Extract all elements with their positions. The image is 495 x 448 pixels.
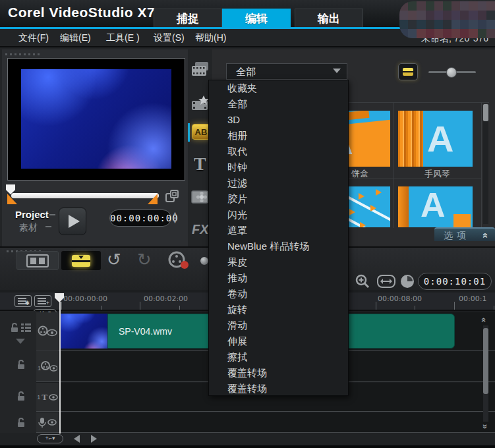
thumbnail-art — [398, 186, 409, 227]
play-button[interactable] — [59, 208, 86, 235]
dropdown-item[interactable]: 相册 — [209, 128, 348, 144]
ruler-label: 00:00:00:00 — [63, 294, 107, 303]
menu-tools[interactable]: 工具(E ) — [106, 32, 140, 44]
scroll-left-button[interactable] — [74, 435, 80, 443]
dropdown-item[interactable]: 闪光 — [209, 207, 348, 223]
zoom-in-icon[interactable] — [355, 273, 370, 289]
gallery-filter-dropdown: 收藏夹 全部 3D 相册 取代 时钟 过滤 胶片 闪光 遮罩 NewBlue 样… — [208, 80, 349, 396]
gallery-scrollbar[interactable] — [483, 104, 488, 224]
enlarge-preview-icon[interactable] — [165, 190, 179, 203]
thumbnail-label: 手风琴 — [393, 168, 481, 180]
filter-category-icon[interactable]: FX — [192, 222, 209, 237]
track-list-icon[interactable] — [21, 323, 31, 333]
transition-category-icon[interactable]: AB — [192, 124, 210, 140]
trim-handle-left[interactable] — [7, 194, 17, 204]
timecode-spin-down[interactable]: ▼ — [172, 219, 178, 225]
video-track-button[interactable] — [36, 312, 59, 350]
dropdown-item[interactable]: 擦拭 — [209, 349, 348, 365]
scroll-right-button[interactable] — [91, 435, 97, 443]
scroll-up-icon[interactable]: « — [479, 318, 489, 322]
voice-track-button[interactable] — [36, 412, 59, 432]
app-window: Corel VideoStudio X7 捕捉 编辑 输出 文件(F) 编辑(E… — [0, 0, 495, 448]
track-manager-button[interactable]: ✱ — [15, 295, 32, 307]
lock-icon[interactable] — [11, 323, 18, 333]
dropdown-item[interactable]: 覆盖转场 — [209, 365, 348, 381]
transition-thumbnail[interactable]: A — [398, 186, 473, 227]
clip-thumbnail[interactable] — [61, 314, 107, 349]
track-number: 1 — [37, 394, 40, 401]
gallery-view-button[interactable] — [398, 63, 418, 80]
dropdown-item[interactable]: 取代 — [209, 144, 348, 159]
tab-edit[interactable]: 编辑 — [222, 9, 291, 28]
track-scroll-control[interactable]: +⌐▾ — [37, 434, 63, 443]
media-icon[interactable] — [191, 61, 210, 77]
gallery-filter-select[interactable]: 全部 — [226, 63, 347, 80]
thumbnail-art — [453, 214, 471, 227]
menu-file[interactable]: 文件(F) — [18, 32, 49, 44]
dropdown-item[interactable]: 全部 — [209, 96, 348, 112]
thumbnail-art — [398, 111, 423, 167]
lock-icon[interactable] — [17, 391, 25, 401]
preview-video-image — [21, 69, 171, 169]
record-capture-icon[interactable] — [166, 251, 192, 270]
dropdown-item[interactable]: 果皮 — [209, 254, 348, 270]
preview-video-frame — [7, 58, 185, 181]
censored-region — [399, 1, 495, 38]
gallery-scrollbar-handle[interactable] — [483, 104, 488, 121]
dropdown-item[interactable]: 3D — [209, 112, 348, 128]
play-icon — [69, 215, 80, 228]
menu-settings[interactable]: 设置(S) — [154, 32, 185, 44]
tool-icon[interactable] — [200, 257, 208, 265]
dropdown-item[interactable]: 旋转 — [209, 302, 348, 318]
dropdown-item[interactable]: 推动 — [209, 270, 348, 286]
dropdown-item[interactable]: 胶片 — [209, 191, 348, 207]
ruler-label: 00:00:08:00 — [378, 294, 422, 303]
add-track-button[interactable]: + — [34, 295, 51, 307]
scrub-bar[interactable] — [11, 193, 159, 198]
dropdown-item[interactable]: 过滤 — [209, 175, 348, 191]
chevron-down-icon[interactable] — [16, 339, 25, 344]
timeline-duration-display[interactable]: 0:00:10:01 — [418, 273, 492, 290]
tab-capture[interactable]: 捕捉 — [154, 9, 222, 28]
voice-track-row[interactable] — [36, 412, 495, 433]
dropdown-item[interactable]: 伸展 — [209, 333, 348, 349]
timeline-scrollbar-handle[interactable] — [483, 328, 488, 394]
overlay-track-button[interactable]: 1 — [36, 351, 59, 381]
tab-output[interactable]: 输出 — [295, 9, 363, 28]
dropdown-item[interactable]: NewBlue 样品转场 — [209, 238, 348, 254]
storyboard-view-button[interactable] — [16, 251, 59, 270]
redo-button[interactable]: ↻ — [137, 250, 152, 270]
dropdown-item[interactable]: 时钟 — [209, 159, 348, 175]
timecode-spin-up[interactable]: ▲ — [172, 211, 178, 217]
timeline-view-button[interactable] — [61, 251, 101, 270]
clip-mode-label[interactable]: 素材 — [19, 222, 38, 234]
menu-help[interactable]: 帮助(H) — [195, 32, 226, 44]
preview-timecode[interactable]: 00:00:00:00 — [109, 210, 171, 227]
trim-handle-right[interactable] — [148, 194, 158, 204]
dropdown-item[interactable]: 滑动 — [209, 318, 348, 333]
dropdown-item[interactable]: 收藏夹 — [209, 80, 348, 96]
instant-project-icon[interactable] — [191, 96, 210, 111]
thumbnail-size-knob[interactable] — [446, 67, 457, 78]
dropdown-item[interactable]: 遮罩 — [209, 223, 348, 238]
lock-icon[interactable] — [17, 418, 25, 428]
project-mode-label[interactable]: Project — [15, 209, 49, 220]
lock-icon[interactable] — [17, 360, 25, 370]
graphic-icon[interactable] — [191, 189, 210, 206]
dropdown-item[interactable]: 卷动 — [209, 286, 348, 302]
title-category-icon[interactable]: T — [194, 154, 206, 175]
dropdown-item[interactable]: 覆盖转场 — [209, 381, 348, 397]
microphone-icon — [38, 417, 46, 428]
select-arrow-icon[interactable] — [333, 69, 341, 73]
scroll-down-icon[interactable]: « — [479, 424, 489, 429]
title-track-button[interactable]: 1 T — [36, 383, 59, 411]
clock-duration-icon[interactable] — [400, 274, 415, 289]
ruler-label: 00:00:02:00 — [144, 294, 188, 303]
options-panel-toggle[interactable]: 选项 « — [434, 227, 495, 241]
transition-thumbnail-accordion[interactable]: A — [398, 111, 473, 167]
app-logo: Corel VideoStudio X7 — [8, 5, 155, 20]
menu-edit[interactable]: 编辑(E) — [60, 32, 91, 44]
undo-button[interactable]: ↺ — [107, 250, 121, 270]
fit-to-window-icon[interactable] — [377, 275, 395, 288]
gallery-view-icon — [403, 68, 413, 76]
